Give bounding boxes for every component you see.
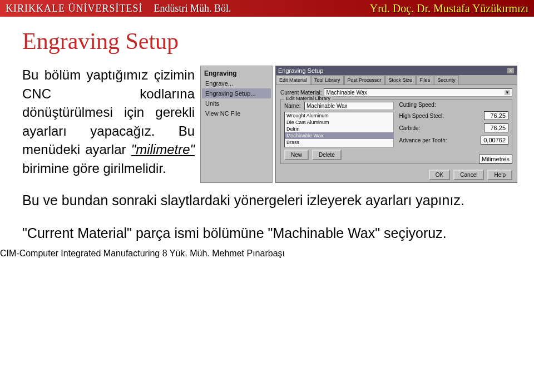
para1-text-b: birimine göre girilmelidir. [22, 161, 166, 176]
advance-value[interactable]: 0,00762 [481, 136, 508, 145]
tab-security[interactable]: Security [434, 75, 459, 85]
cancel-button[interactable]: Cancel [453, 170, 484, 180]
screenshot-cluster: Engraving Engrave... Engraving Setup... … [200, 66, 517, 183]
new-button[interactable]: New [284, 150, 309, 160]
dialog-titlebar: Engraving Setup × [276, 66, 517, 75]
tab-stock-size[interactable]: Stock Size [385, 75, 416, 85]
slide-title: Engraving Setup [22, 28, 517, 54]
page-number: 8 [162, 249, 167, 258]
help-button[interactable]: Help [487, 170, 512, 180]
menu-item-units[interactable]: Units [202, 98, 271, 108]
dialog-title: Engraving Setup [278, 67, 323, 74]
list-item[interactable]: Brass [285, 139, 393, 146]
groupbox-title: Edit Material Library [284, 96, 332, 101]
list-item[interactable]: Wrought Aluminum [285, 112, 393, 119]
cutting-speed-row: Cutting Speed: [399, 102, 509, 108]
tab-tool-library[interactable]: Tool Library [311, 75, 344, 85]
name-value: Machinable Wax [306, 103, 348, 109]
carbide-label: Carbide: [399, 125, 421, 131]
tab-files[interactable]: Files [416, 75, 433, 85]
ok-button[interactable]: OK [429, 170, 450, 180]
edit-material-library-group: Edit Material Library Name: Machinable W… [280, 99, 512, 164]
material-listbox[interactable]: Wrought Aluminum Die Cast Aluminum Delri… [284, 112, 394, 147]
university-name: KIRIKKALE ÜNİVERSİTESİ [6, 3, 142, 14]
author-name: Yük. Müh. Mehmet Pınarbaşı [170, 249, 285, 258]
close-icon[interactable]: × [507, 67, 515, 74]
hss-label: High Speed Steel: [399, 113, 444, 119]
chevron-down-icon: ▼ [505, 90, 510, 95]
current-material-paragraph: "Current Material" parça ismi bölümüne "… [22, 224, 517, 243]
name-label: Name: [284, 103, 302, 109]
instruction-paragraph: Bu ve bundan sonraki slaytlardaki yönerg… [22, 191, 517, 210]
engraving-setup-dialog: Engraving Setup × Edit Material Tool Lib… [275, 66, 517, 183]
delete-button[interactable]: Delete [312, 150, 342, 160]
hss-value[interactable]: 76,25 [484, 111, 508, 120]
engraving-menu-screenshot: Engraving Engrave... Engraving Setup... … [200, 66, 273, 183]
menu-heading: Engraving [202, 68, 271, 78]
hss-row: High Speed Steel: 76,25 [399, 111, 509, 120]
units-annotation: Milimetres [479, 155, 512, 163]
department-name: Endüstri Müh. Böl. [154, 3, 231, 14]
menu-item-engrave[interactable]: Engrave... [202, 78, 271, 88]
name-field[interactable]: Machinable Wax [304, 102, 394, 110]
carbide-row: Carbide: 76,25 [399, 123, 509, 132]
slide-body-row: Bu bölüm yaptığımız çizimin CNC kodların… [22, 66, 517, 183]
material-button-row: New Delete [284, 150, 394, 160]
course-name: CIM-Computer Integrated Manufacturing [0, 249, 160, 258]
current-material-value: Machinable Wax [326, 90, 367, 96]
dialog-footer: OK Cancel Help [276, 167, 517, 182]
group-columns: Name: Machinable Wax Wrought Aluminum Di… [284, 102, 508, 160]
speed-column: Cutting Speed: High Speed Steel: 76,25 C… [399, 102, 509, 160]
slide-footer: CIM-Computer Integrated Manufacturing 8 … [0, 249, 534, 259]
tab-edit-material[interactable]: Edit Material [276, 75, 310, 85]
material-column: Name: Machinable Wax Wrought Aluminum Di… [284, 102, 394, 160]
list-item[interactable]: Machinable Wax [285, 132, 393, 139]
slide-content: Engraving Setup Bu bölüm yaptığımız çizi… [0, 17, 534, 249]
para1-emphasis: "milimetre" [131, 142, 195, 157]
advance-row: Advance per Tooth: 0,00762 [399, 136, 509, 145]
list-item[interactable]: Steel [285, 146, 393, 147]
carbide-value[interactable]: 76,25 [484, 123, 508, 132]
name-row: Name: Machinable Wax [284, 102, 394, 110]
slide-header: KIRIKKALE ÜNİVERSİTESİ Endüstri Müh. Böl… [0, 0, 534, 17]
current-material-dropdown[interactable]: Machinable Wax ▼ [324, 88, 512, 97]
current-material-label: Current Material: [280, 90, 322, 96]
cutting-speed-label: Cutting Speed: [399, 102, 436, 108]
intro-paragraph: Bu bölüm yaptığımız çizimin CNC kodların… [22, 66, 195, 183]
menu-item-view-nc[interactable]: View NC File [202, 108, 271, 118]
list-item[interactable]: Delrin [285, 126, 393, 132]
list-item[interactable]: Die Cast Aluminum [285, 119, 393, 126]
instructor-name: Yrd. Doç. Dr. Mustafa Yüzükırmızı [370, 2, 528, 15]
tab-post-processor[interactable]: Post Processor [344, 75, 385, 85]
dialog-tabs: Edit Material Tool Library Post Processo… [276, 75, 517, 85]
menu-item-engraving-setup[interactable]: Engraving Setup... [202, 88, 271, 98]
advance-label: Advance per Tooth: [399, 137, 447, 143]
